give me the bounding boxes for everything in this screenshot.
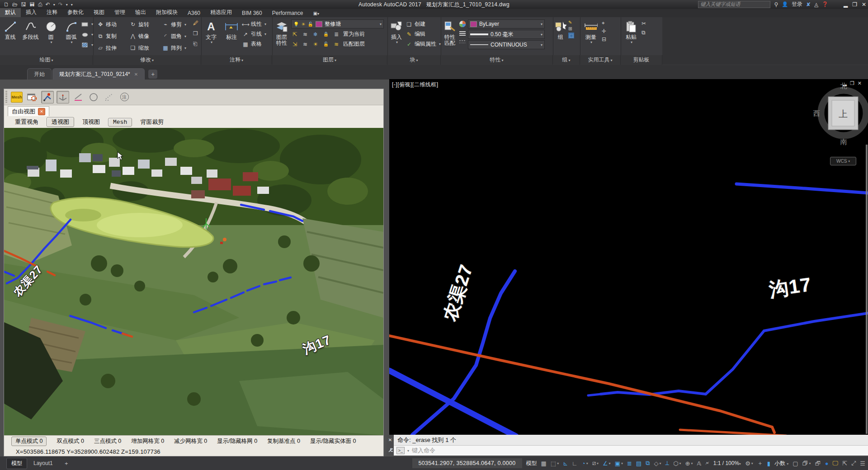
group-selection-toggle-icon[interactable] bbox=[568, 33, 574, 38]
panel-title-clipboard[interactable]: 剪贴板 bbox=[621, 55, 662, 65]
line-button[interactable]: 直线 bbox=[0, 18, 20, 49]
grid-display-icon[interactable] bbox=[541, 460, 547, 467]
viewport-scrollbar[interactable] bbox=[866, 145, 868, 434]
object-snap-tracking-icon[interactable] bbox=[603, 460, 611, 467]
erase-icon[interactable] bbox=[193, 20, 198, 26]
panel-title-layers[interactable]: 图层 bbox=[272, 55, 387, 65]
annotate-tool-button[interactable]: 注 bbox=[118, 91, 131, 103]
explode-icon[interactable] bbox=[193, 30, 198, 37]
toolbar-grip[interactable] bbox=[5, 91, 7, 103]
pan-zoom-icon[interactable] bbox=[842, 460, 847, 467]
panel-title-groups[interactable]: 组 bbox=[553, 55, 580, 65]
rotate-button[interactable]: 旋转 bbox=[129, 20, 162, 29]
layer-select[interactable]: 整修塘 bbox=[291, 19, 384, 28]
coordinates-readout[interactable]: 503541.2907, 3528854.0647, 0.0000 bbox=[412, 458, 522, 468]
gizmo-icon[interactable] bbox=[685, 460, 693, 467]
ribbon-tab-insert[interactable]: 插入 bbox=[21, 8, 42, 17]
search-icon[interactable] bbox=[774, 1, 778, 8]
insert-block-button[interactable]: 插入 bbox=[387, 18, 406, 48]
group-edit-icon[interactable] bbox=[568, 26, 574, 31]
toggle-solid-face-button[interactable]: 显示/隐藏实体面 0 bbox=[310, 437, 356, 445]
viewport-controls-label[interactable]: [-][俯视][二维线框] bbox=[392, 81, 439, 89]
linear-button[interactable]: 线性 bbox=[242, 20, 266, 28]
offset-icon[interactable] bbox=[193, 41, 198, 47]
backface-clip-button[interactable]: 背面裁剪 bbox=[140, 118, 164, 126]
hatch-tool-icon[interactable] bbox=[81, 41, 93, 49]
panel-title-annotation[interactable]: 注释 bbox=[201, 55, 272, 65]
model-space-button[interactable]: 模型 bbox=[526, 460, 537, 467]
settings-button[interactable] bbox=[26, 91, 38, 103]
annotation-scale-select[interactable]: 1:1 / 100% bbox=[713, 460, 741, 466]
search-input[interactable]: 键入关键字或短语 bbox=[698, 1, 770, 8]
isolate-objects-icon[interactable] bbox=[802, 460, 811, 467]
dynamic-ucs-icon[interactable] bbox=[665, 460, 669, 467]
close-tab-icon[interactable] bbox=[134, 72, 138, 77]
ortho-mode-icon[interactable] bbox=[572, 460, 578, 467]
lineweight-list-icon[interactable] bbox=[459, 31, 466, 38]
decrease-grid-button[interactable]: 减少网格宽 0 bbox=[174, 437, 207, 445]
quick-properties-icon[interactable] bbox=[793, 460, 798, 467]
polar-tracking-icon[interactable] bbox=[582, 460, 588, 467]
arc-button[interactable]: 圆弧 bbox=[61, 18, 81, 49]
trim-button[interactable]: 修剪 bbox=[162, 20, 196, 29]
wcs-selector[interactable]: WCS bbox=[830, 157, 856, 165]
set-current-layer-button[interactable]: 置为当前 bbox=[291, 30, 384, 38]
hardware-acceleration-icon[interactable] bbox=[825, 460, 829, 467]
mesh-folder-button[interactable]: Mesh bbox=[10, 91, 23, 103]
model-tab[interactable]: 模型 bbox=[6, 458, 27, 469]
leader-button[interactable]: 引线 bbox=[242, 30, 266, 38]
increase-grid-button[interactable]: 增加网格宽 0 bbox=[131, 437, 164, 445]
object-isolate-icon[interactable] bbox=[815, 460, 821, 467]
cad-viewport[interactable]: [-][俯视][二维线框] 农渠27 沟17 上 北 西 南 WCS bbox=[389, 79, 868, 435]
match-layer-button[interactable]: 匹配图层 bbox=[291, 40, 384, 48]
copy-button[interactable]: 复制 bbox=[97, 32, 129, 41]
annotation-autoscale-icon[interactable] bbox=[705, 460, 709, 467]
help-icon[interactable] bbox=[822, 1, 828, 7]
rectangle-tool-icon[interactable] bbox=[81, 20, 93, 28]
linetype-list-icon[interactable] bbox=[459, 39, 466, 46]
ribbon-tab-bim360[interactable]: BIM 360 bbox=[237, 9, 267, 17]
a360-icon[interactable] bbox=[814, 1, 818, 8]
minimize-icon[interactable] bbox=[844, 1, 848, 8]
toggle-grid-button[interactable]: 显示/隐藏格网 0 bbox=[217, 437, 257, 445]
edit-attr-button[interactable]: 编辑属性 bbox=[406, 40, 441, 48]
panel-title-modify[interactable]: 修改 bbox=[93, 55, 201, 65]
command-line-grip[interactable] bbox=[387, 435, 394, 456]
ribbon-tab-output[interactable]: 输出 bbox=[130, 8, 151, 17]
ribbon-tab-manage[interactable]: 管理 bbox=[109, 8, 130, 17]
stretch-button[interactable]: 拉伸 bbox=[97, 44, 129, 52]
clean-screen-icon[interactable] bbox=[851, 460, 856, 467]
linetype-select[interactable]: CONTINUOUS bbox=[468, 40, 545, 49]
single-point-mode-button[interactable]: 单点模式 0 bbox=[11, 437, 47, 446]
sign-in-link[interactable]: 登录 bbox=[792, 0, 802, 8]
id-point-icon[interactable] bbox=[602, 20, 606, 26]
polyline-button[interactable]: 多段线 bbox=[20, 18, 41, 49]
layout1-tab[interactable]: Layout1 bbox=[29, 459, 57, 468]
panel-title-properties[interactable]: 特性 bbox=[441, 55, 553, 65]
ribbon-tab-a360[interactable]: A360 bbox=[183, 9, 205, 17]
cut-icon[interactable] bbox=[642, 20, 646, 27]
isometric-drafting-icon[interactable] bbox=[592, 460, 599, 467]
group-button[interactable]: 组 bbox=[553, 18, 568, 40]
ribbon-tab-home[interactable]: 默认 bbox=[0, 8, 21, 17]
scale-sync-icon[interactable] bbox=[745, 460, 753, 467]
array-button[interactable]: 阵列 bbox=[162, 44, 196, 52]
reset-view-button[interactable]: 重置视角 bbox=[15, 118, 38, 126]
customize-icon[interactable] bbox=[860, 460, 865, 467]
match-properties-button[interactable]: 特性匹配 bbox=[441, 18, 459, 49]
object-snap-3d-icon[interactable] bbox=[654, 460, 661, 467]
new-layout-button[interactable] bbox=[59, 458, 74, 469]
ribbon-tab-annotate[interactable]: 注释 bbox=[42, 8, 62, 17]
recent-commands-icon[interactable] bbox=[407, 449, 409, 453]
move-button[interactable]: 移动 bbox=[97, 20, 129, 29]
pick-point-toggle[interactable] bbox=[41, 91, 54, 103]
create-block-button[interactable]: 创建 bbox=[406, 20, 441, 28]
mesh-button[interactable]: Mesh bbox=[108, 118, 132, 127]
workspace-switch-icon[interactable] bbox=[767, 460, 770, 467]
close-command-icon[interactable] bbox=[388, 437, 392, 442]
text-button[interactable]: A 文字 bbox=[201, 18, 221, 48]
view-cube[interactable]: 上 北 西 南 bbox=[812, 80, 868, 182]
file-tab-drawing[interactable]: 规划方案汇总_1_7010_9214* bbox=[52, 68, 145, 80]
command-input[interactable]: 键入命令 bbox=[394, 446, 868, 456]
measure-button[interactable]: 测量 bbox=[580, 18, 602, 44]
